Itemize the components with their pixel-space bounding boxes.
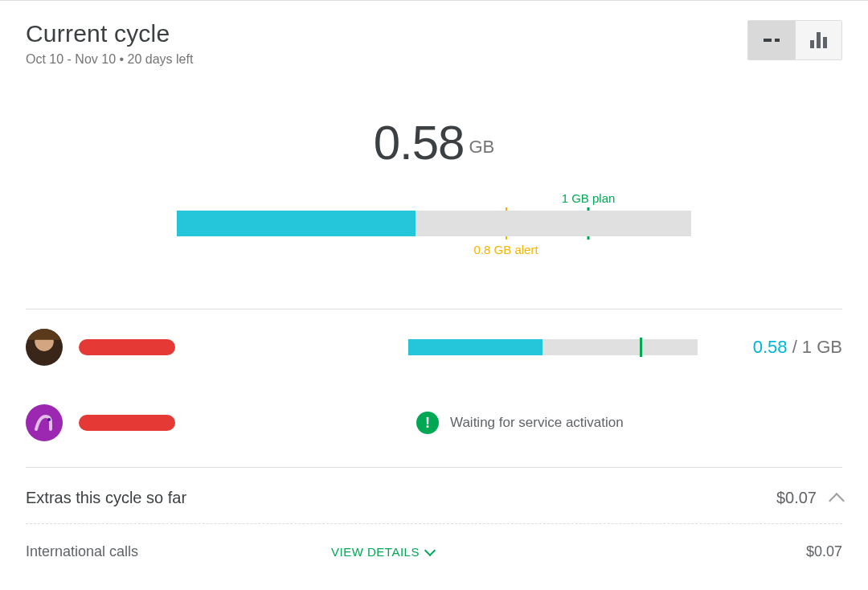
bar-chart-icon [810,32,828,48]
total-usage-value: 0.58 [374,116,465,170]
user-row[interactable]: 0.58 / 1 GB [26,309,842,385]
status-text: Waiting for service activation [450,415,624,431]
user-bar-fill [408,339,542,355]
cycle-card: Current cycle Oct 10 - Nov 10 • 20 days … [0,0,868,560]
alert-icon: ! [416,412,439,434]
total-usage-unit: GB [469,137,494,157]
user-usage-bar [408,339,698,355]
page-title: Current cycle [26,20,193,47]
avatar-glyph [31,410,57,436]
avatar [26,329,63,366]
user-bar-tick [640,338,642,357]
extras-header[interactable]: Extras this cycle so far $0.07 [26,468,842,524]
main-bar-fill [177,211,416,236]
cycle-subtitle: Oct 10 - Nov 10 • 20 days left [26,52,193,67]
redacted-name [79,415,175,431]
extras-title: Extras this cycle so far [26,489,776,507]
extras-row-label: International calls [26,543,331,560]
user-name [79,339,304,355]
main-usage-bar: 1 GB plan 0.8 GB alert [177,211,691,236]
view-toggle [747,20,842,60]
view-toggle-chart[interactable] [795,21,841,59]
view-toggle-summary[interactable] [748,21,795,59]
user-name [79,415,304,431]
svg-point-0 [47,418,51,421]
main-bar-track [177,211,691,236]
dash-icon [764,39,780,42]
header-row: Current cycle Oct 10 - Nov 10 • 20 days … [26,20,842,67]
redacted-name [79,339,175,355]
users-section: 0.58 / 1 GB ! Waiting for service activa… [26,309,842,461]
view-details-label: VIEW DETAILS [331,545,420,559]
user-status: ! Waiting for service activation [416,412,624,434]
view-details-button[interactable]: VIEW DETAILS [331,545,434,559]
alert-label: 0.8 GB alert [474,243,538,256]
avatar [26,404,63,441]
extras-row: International calls VIEW DETAILS $0.07 [26,524,842,560]
user-row[interactable]: ! Waiting for service activation [26,385,842,461]
plan-label: 1 GB plan [562,191,616,205]
user-usage-text: 0.58 / 1 GB [714,337,842,358]
extras-row-amount: $0.07 [806,543,842,560]
total-usage: 0.58GB [26,115,842,170]
user-plan-gb: 1 GB [802,337,842,357]
extras-section: Extras this cycle so far $0.07 Internati… [26,467,842,560]
chevron-up-icon [829,493,845,509]
user-used-gb: 0.58 [753,337,788,357]
chevron-down-icon [424,544,436,555]
extras-amount: $0.07 [776,489,817,507]
